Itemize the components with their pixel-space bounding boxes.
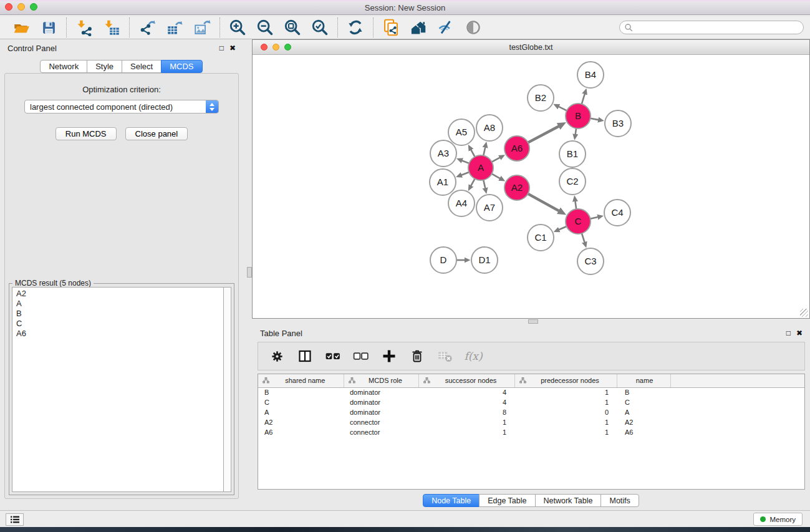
tab-network[interactable]: Network bbox=[40, 60, 87, 73]
result-item[interactable]: A bbox=[16, 299, 219, 309]
tab-style[interactable]: Style bbox=[87, 60, 122, 73]
task-history-button[interactable] bbox=[6, 513, 24, 526]
import-table-button[interactable] bbox=[102, 18, 121, 37]
zoom-out-button[interactable] bbox=[256, 18, 274, 37]
network-close-button[interactable] bbox=[261, 44, 268, 51]
tab-node-table[interactable]: Node Table bbox=[423, 494, 480, 507]
zoom-window-button[interactable] bbox=[30, 3, 37, 11]
search-field[interactable] bbox=[619, 21, 804, 34]
graph-edge-B-B1[interactable] bbox=[576, 128, 576, 135]
tab-mcds[interactable]: MCDS bbox=[161, 60, 202, 73]
node-table-body: Bdominator41BCdominator41CAdominator80AA… bbox=[258, 387, 804, 437]
network-minimize-button[interactable] bbox=[272, 44, 279, 51]
criterion-dropdown[interactable]: largest connected component (directed) bbox=[24, 100, 219, 114]
first-neighbors-button[interactable] bbox=[409, 18, 428, 37]
column-header-predecessor-nodes[interactable]: predecessor nodes bbox=[514, 374, 617, 387]
graph-node-label-B4: B4 bbox=[585, 69, 596, 80]
minimize-window-button[interactable] bbox=[17, 3, 25, 11]
new-network-from-selection-button[interactable] bbox=[382, 18, 400, 37]
import-table-icon bbox=[104, 19, 120, 36]
graph-edge-A-A1[interactable] bbox=[461, 172, 469, 175]
delete-row-button[interactable] bbox=[408, 347, 427, 365]
graph-edge-A-A3[interactable] bbox=[462, 160, 469, 163]
select-all-button[interactable] bbox=[324, 347, 342, 365]
graph-edge-B-B3[interactable] bbox=[591, 118, 599, 120]
close-table-panel-icon[interactable]: ✖ bbox=[796, 329, 803, 337]
graph-edge-B-B4[interactable] bbox=[582, 94, 585, 104]
graph-edge-C-C1[interactable] bbox=[559, 226, 566, 230]
resize-grip-icon[interactable] bbox=[800, 309, 808, 317]
copy-network-icon bbox=[382, 19, 400, 36]
graph-node-label-A7: A7 bbox=[484, 202, 495, 213]
table-options-button[interactable] bbox=[268, 347, 286, 365]
result-item[interactable]: A2 bbox=[16, 289, 219, 299]
columns-icon bbox=[297, 349, 312, 364]
zoom-selected-button[interactable] bbox=[311, 18, 329, 37]
table-row[interactable]: Adominator80A bbox=[258, 407, 804, 417]
graph-edge-A-A2[interactable] bbox=[492, 174, 500, 178]
hide-selected-button[interactable] bbox=[436, 18, 455, 37]
column-header-successor-nodes[interactable]: successor nodes bbox=[418, 374, 514, 387]
zoom-fit-icon bbox=[284, 19, 301, 36]
column-header-mcds-role[interactable]: MCDS role bbox=[344, 374, 418, 387]
tab-network-table[interactable]: Network Table bbox=[535, 494, 602, 507]
graph-edge-A-A7[interactable] bbox=[483, 180, 485, 188]
memory-button[interactable]: Memory bbox=[753, 513, 803, 526]
run-mcds-button[interactable]: Run MCDS bbox=[55, 127, 117, 140]
graph-edge-C-C4[interactable] bbox=[591, 217, 598, 219]
close-window-button[interactable] bbox=[5, 3, 12, 11]
export-network-button[interactable] bbox=[138, 18, 157, 37]
save-session-button[interactable] bbox=[39, 18, 58, 37]
graph-edge-A2-C[interactable] bbox=[528, 194, 559, 211]
zoom-in-button[interactable] bbox=[228, 18, 247, 37]
export-table-button[interactable] bbox=[165, 18, 184, 37]
table-row[interactable]: A2connector11A2 bbox=[258, 417, 804, 427]
result-item[interactable]: A6 bbox=[16, 329, 219, 339]
function-builder-button[interactable]: f(x) bbox=[464, 347, 483, 365]
graph-edge-C-C2[interactable] bbox=[575, 201, 576, 210]
open-session-button[interactable] bbox=[12, 18, 31, 37]
export-image-button[interactable] bbox=[193, 18, 211, 37]
show-column-button[interactable] bbox=[296, 347, 314, 365]
graph-edge-A-A5[interactable] bbox=[471, 150, 475, 157]
mcds-result-list[interactable]: A2ABCA6 bbox=[12, 287, 223, 492]
fit-content-button[interactable] bbox=[283, 18, 302, 37]
list-icon bbox=[10, 515, 20, 524]
float-panel-icon[interactable]: □ bbox=[219, 44, 224, 52]
column-header-name[interactable]: name bbox=[617, 374, 670, 387]
graph-edge-C-C3[interactable] bbox=[582, 233, 584, 242]
graph-edge-A-A6[interactable] bbox=[492, 158, 500, 162]
main-toolbar bbox=[0, 16, 810, 39]
graph-edge-A-A4[interactable] bbox=[471, 179, 475, 186]
result-item[interactable]: B bbox=[16, 309, 219, 319]
column-header-shared-name[interactable]: shared name bbox=[258, 374, 344, 387]
float-table-panel-icon[interactable]: □ bbox=[786, 329, 791, 337]
close-panel-icon[interactable]: ✖ bbox=[229, 44, 236, 52]
table-row[interactable]: Bdominator41B bbox=[258, 387, 804, 397]
result-scrollbar[interactable] bbox=[223, 287, 231, 492]
graph-edge-B-B2[interactable] bbox=[559, 107, 567, 110]
graph-node-label-D: D bbox=[440, 254, 447, 265]
show-all-button[interactable] bbox=[464, 18, 483, 37]
tab-motifs[interactable]: Motifs bbox=[600, 494, 639, 507]
graph-edge-A-A8[interactable] bbox=[483, 147, 485, 155]
refresh-view-button[interactable] bbox=[346, 18, 365, 37]
add-row-button[interactable] bbox=[380, 347, 398, 365]
network-zoom-button[interactable] bbox=[284, 44, 291, 51]
import-network-button[interactable] bbox=[75, 18, 94, 37]
result-item[interactable]: C bbox=[16, 319, 219, 329]
deselect-all-button[interactable] bbox=[352, 347, 370, 365]
network-canvas[interactable]: AA1A2A3A4A5A6A7A8BB1B2B3B4CC1C2C3C4DD1 bbox=[253, 55, 809, 318]
horizontal-splitter-handle[interactable] bbox=[528, 319, 538, 324]
tab-edge-table[interactable]: Edge Table bbox=[479, 494, 535, 507]
network-window-titlebar: testGlobe.txt bbox=[253, 40, 809, 55]
tab-select[interactable]: Select bbox=[122, 60, 162, 73]
search-input[interactable] bbox=[634, 22, 803, 33]
vertical-splitter-handle[interactable] bbox=[247, 267, 252, 278]
delete-table-button[interactable] bbox=[436, 347, 455, 365]
graph-edge-A6-B[interactable] bbox=[528, 126, 559, 142]
table-row[interactable]: Cdominator41C bbox=[258, 397, 804, 407]
table-row[interactable]: A6connector11A6 bbox=[258, 427, 804, 437]
close-panel-button[interactable]: Close panel bbox=[125, 127, 188, 140]
graph-node-label-A8: A8 bbox=[484, 122, 495, 133]
